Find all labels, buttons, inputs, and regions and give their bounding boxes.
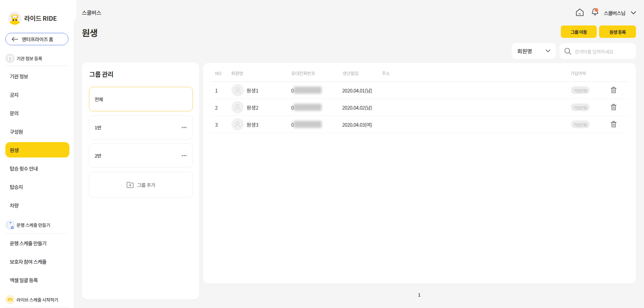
svg-text:ON: ON [8, 298, 11, 301]
